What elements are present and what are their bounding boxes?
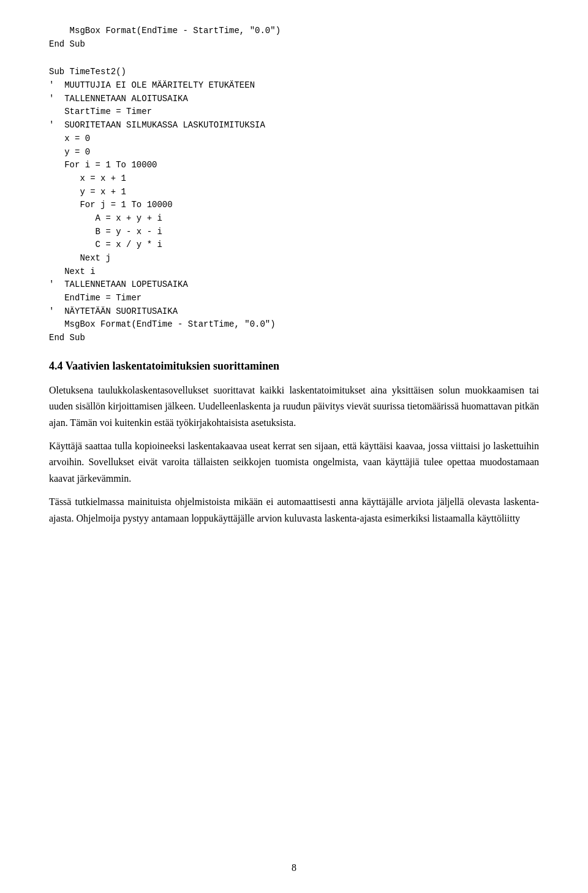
page: MsgBox Format(EndTime - StartTime, "0.0"…	[0, 0, 588, 893]
paragraph-2: Käyttäjä saattaa tulla kopioineeksi lask…	[49, 438, 539, 487]
paragraph-1: Oletuksena taulukkolaskentasovellukset s…	[49, 382, 539, 431]
code-block-2: Sub TimeTest2() ' MUUTTUJIA EI OLE MÄÄRI…	[49, 66, 539, 344]
paragraph-3: Tässä tutkielmassa mainituista ohjelmist…	[49, 494, 539, 526]
page-number: 8	[0, 862, 588, 873]
code-block-1: MsgBox Format(EndTime - StartTime, "0.0"…	[49, 25, 539, 51]
section-heading: 4.4 Vaativien laskentatoimituksien suori…	[49, 360, 539, 373]
